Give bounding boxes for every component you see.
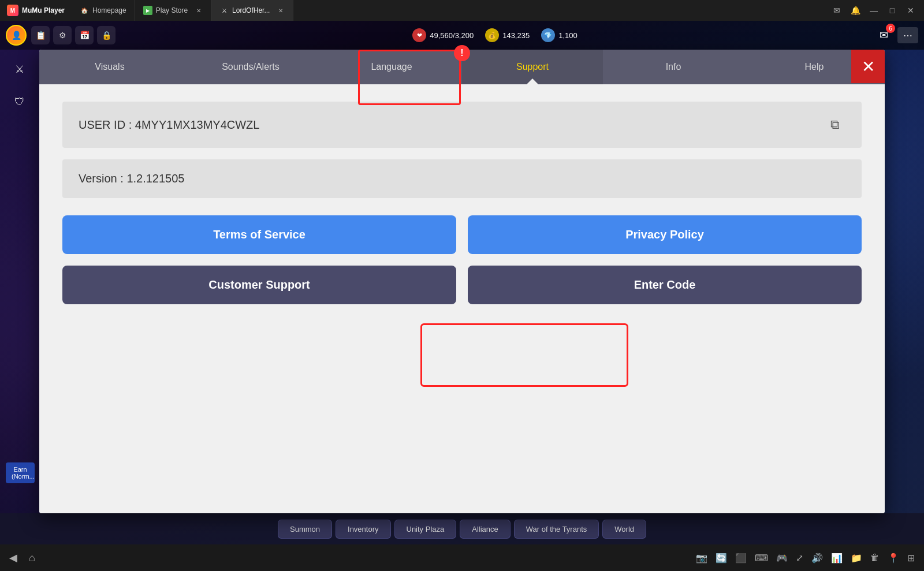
app-logo-icon: M	[7, 5, 18, 16]
back-button[interactable]: ◀	[9, 551, 17, 564]
sidebar-hero-icon[interactable]: ⚔	[6, 55, 33, 83]
tab-homepage[interactable]: 🏠 Homepage	[72, 0, 135, 21]
version-row: Version : 1.2.121505	[62, 159, 862, 198]
window-minimize[interactable]: —	[865, 2, 882, 19]
gem-value: 1,100	[558, 31, 578, 40]
tab-lordofher-close[interactable]: ✕	[277, 6, 285, 14]
tab-playstore-close[interactable]: ✕	[195, 6, 203, 14]
mail-badge: 6	[886, 24, 895, 33]
tab-homepage-label: Homepage	[92, 6, 126, 14]
dialog-body: USER ID : 4MYY1MX13MY4CWZL ⧉ Version : 1…	[39, 84, 885, 513]
tab-visuals[interactable]: Visuals	[39, 50, 180, 84]
nav-unity-plaza[interactable]: Unity Plaza	[394, 520, 457, 539]
record-icon[interactable]: ⬛	[735, 553, 747, 563]
hud-stats: ❤ 49,560/3,200 💰 143,235 💎 1,100	[125, 28, 865, 42]
user-id-row: USER ID : 4MYY1MX13MY4CWZL ⧉	[62, 102, 862, 148]
hud-menu-button[interactable]: ⋯	[897, 27, 918, 43]
nav-summon[interactable]: Summon	[278, 520, 332, 539]
user-id-text: USER ID : 4MYY1MX13MY4CWZL	[79, 118, 815, 132]
app-logo: M MuMu Player	[0, 5, 72, 16]
gold-icon: 💰	[485, 28, 499, 42]
tab-info[interactable]: Info	[603, 50, 744, 84]
tab-lordofher-label: LordOfHer...	[232, 6, 270, 14]
hud-right: ✉ 6 ⋯	[874, 26, 918, 44]
hud-gold-stat: 💰 143,235	[485, 28, 530, 42]
location-icon[interactable]: 📍	[888, 553, 899, 563]
gem-icon: 💎	[541, 28, 555, 42]
tab-playstore[interactable]: ▶ Play Store ✕	[135, 0, 211, 21]
screenshot-icon[interactable]: 📷	[696, 553, 707, 563]
terms-of-service-button[interactable]: Terms of Service	[62, 215, 456, 254]
nav-inventory[interactable]: Inventory	[336, 520, 390, 539]
version-text: Version : 1.2.121505	[79, 172, 845, 185]
trash-icon[interactable]: 🗑	[870, 553, 880, 563]
customer-support-button[interactable]: Customer Support	[62, 266, 456, 304]
taskbar: M MuMu Player 🏠 Homepage ▶ Play Store ✕ …	[0, 0, 924, 21]
tab-sounds-alerts[interactable]: Sounds/Alerts	[180, 50, 321, 84]
apps-icon[interactable]: ⊞	[907, 553, 915, 563]
system-taskbar: ◀ ⌂ 📷 🔄 ⬛ ⌨ 🎮 ⤢ 🔊 📊 📁 🗑 📍 ⊞	[0, 544, 924, 571]
enter-code-button[interactable]: Enter Code	[468, 266, 862, 304]
tab-language[interactable]: Language	[321, 50, 462, 84]
nav-alliance[interactable]: Alliance	[460, 520, 511, 539]
volume-icon[interactable]: 🔊	[811, 553, 823, 563]
home-icon: 🏠	[80, 6, 89, 15]
hud-lock-icon[interactable]: 🔒	[97, 26, 116, 44]
nav-world[interactable]: World	[602, 520, 646, 539]
hud-calendar-icon[interactable]: 📅	[75, 26, 94, 44]
gold-value: 143,235	[502, 31, 530, 40]
copy-user-id-button[interactable]: ⧉	[825, 114, 845, 135]
game-tab-icon: ⚔	[219, 6, 229, 15]
rotate-icon[interactable]: 🔄	[716, 553, 727, 563]
hud-gem-stat: 💎 1,100	[541, 28, 578, 42]
hud-hp-stat: ❤ 49,560/3,200	[412, 28, 474, 42]
taskbar-tabs: 🏠 Homepage ▶ Play Store ✕ ⚔ LordOfHer...…	[72, 0, 824, 21]
warning-indicator: !	[454, 45, 470, 61]
hud-action-icons: 📋 ⚙ 📅 🔒	[31, 26, 116, 44]
mail-button[interactable]: ✉ 6	[874, 26, 893, 44]
sys-nav-left: ◀ ⌂	[9, 551, 35, 564]
hud-left: 👤 📋 ⚙ 📅 🔒	[6, 25, 116, 46]
hp-value: 49,560/3,200	[430, 31, 474, 40]
hp-icon: ❤	[412, 28, 426, 42]
window-restore[interactable]: □	[884, 2, 901, 19]
folder-icon[interactable]: 📁	[851, 553, 862, 563]
nav-war-tyrants[interactable]: War of the Tyrants	[514, 520, 599, 539]
settings-dialog: Visuals Sounds/Alerts Language Support I…	[39, 50, 885, 513]
gamepad-icon[interactable]: 🎮	[776, 553, 788, 563]
window-alerts[interactable]: 🔔	[847, 2, 864, 19]
warning-icon: !	[454, 45, 470, 61]
home-button[interactable]: ⌂	[29, 552, 35, 564]
tab-playstore-label: Play Store	[156, 6, 188, 14]
sidebar-shield-icon[interactable]: 🛡	[6, 88, 33, 115]
bottom-navigation: Summon Inventory Unity Plaza Alliance Wa…	[0, 513, 924, 544]
tab-support[interactable]: Support	[462, 50, 603, 84]
window-controls: ✉ 🔔 — □ ✕	[824, 2, 924, 19]
earn-button[interactable]: Earn (Norm...	[6, 462, 35, 483]
app-name: MuMu Player	[22, 6, 65, 14]
dialog-close-button[interactable]: ✕	[851, 50, 885, 83]
window-notifications[interactable]: ✉	[828, 2, 845, 19]
game-sidebar-left: ⚔ 🛡	[0, 50, 39, 513]
system-tools: 📷 🔄 ⬛ ⌨ 🎮 ⤢ 🔊 📊 📁 🗑 📍 ⊞	[696, 553, 915, 563]
hud-settings-icon[interactable]: ⚙	[53, 26, 72, 44]
privacy-policy-button[interactable]: Privacy Policy	[468, 215, 862, 254]
window-close[interactable]: ✕	[902, 2, 919, 19]
player-avatar: 👤	[6, 25, 27, 46]
playstore-icon: ▶	[143, 6, 152, 15]
performance-icon[interactable]: 📊	[831, 553, 843, 563]
keyboard-icon[interactable]: ⌨	[755, 553, 768, 563]
resize-icon[interactable]: ⤢	[796, 553, 803, 563]
hud-quest-icon[interactable]: 📋	[31, 26, 50, 44]
action-buttons-grid: Terms of Service Privacy Policy Customer…	[62, 215, 862, 304]
tab-lordofher[interactable]: ⚔ LordOfHer... ✕	[211, 0, 293, 21]
